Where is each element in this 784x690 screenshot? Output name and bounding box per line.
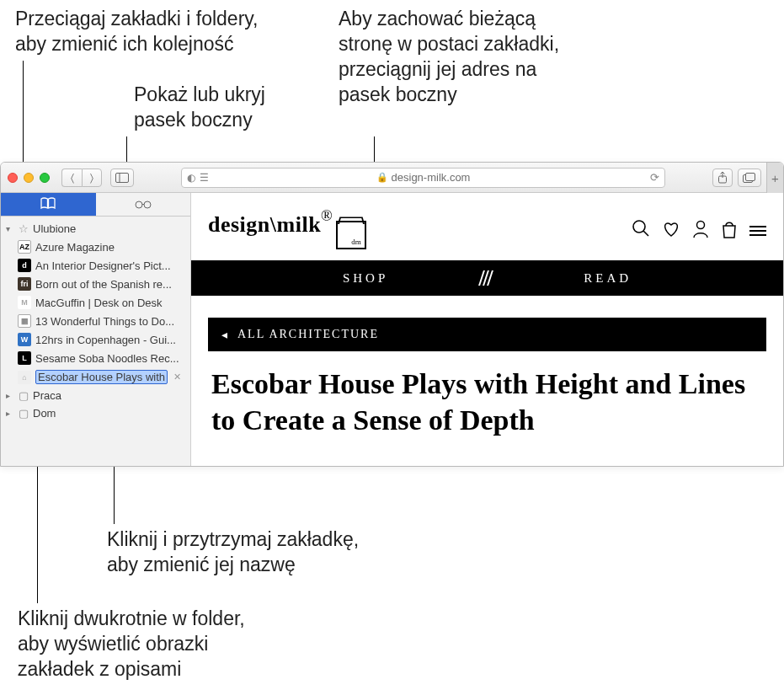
reader-icon[interactable]: ☰ bbox=[200, 172, 209, 184]
close-window-button[interactable] bbox=[8, 173, 18, 183]
favorites-folder[interactable]: ▾ ☆ Ulubione bbox=[1, 220, 190, 238]
clear-icon[interactable]: ✕ bbox=[173, 372, 181, 382]
callout-dblclick-folder: Kliknij dwukrotnie w folder, aby wyświet… bbox=[18, 607, 245, 682]
share-icon bbox=[717, 172, 728, 184]
svg-rect-0 bbox=[116, 173, 129, 182]
callout-click-hold-rename: Kliknij i przytrzymaj zakładkę, aby zmie… bbox=[107, 527, 359, 578]
svg-point-6 bbox=[144, 201, 151, 208]
brand-name: design\milk bbox=[208, 212, 321, 238]
bookmark-item[interactable]: AZ Azure Magazine bbox=[1, 238, 190, 256]
svg-line-8 bbox=[643, 231, 648, 236]
bookmark-label: Sesame Soba Noodles Rec... bbox=[35, 352, 179, 365]
reload-icon[interactable]: ⟳ bbox=[650, 171, 659, 184]
bookmark-item[interactable]: fri Born out of the Spanish re... bbox=[1, 275, 190, 293]
window-controls bbox=[8, 173, 50, 183]
back-button[interactable]: 〈 bbox=[61, 168, 82, 187]
share-button[interactable] bbox=[712, 168, 733, 187]
heart-icon[interactable] bbox=[662, 221, 680, 242]
bookmark-folder-praca[interactable]: ▸ ▢ Praca bbox=[1, 387, 190, 404]
callout-drag-reorder: Przeciągaj zakładki i foldery, aby zmien… bbox=[15, 7, 258, 57]
sidebar-icon bbox=[115, 173, 129, 183]
favicon: fri bbox=[18, 277, 31, 291]
zoom-window-button[interactable] bbox=[40, 173, 50, 183]
favicon: ▦ bbox=[18, 314, 31, 328]
disclosure-triangle-icon[interactable]: ▾ bbox=[6, 224, 14, 233]
bookmark-tree: ▾ ☆ Ulubione AZ Azure Magazine d An Inte… bbox=[1, 217, 190, 425]
lock-icon: 🔒 bbox=[376, 172, 388, 183]
address-left-icons: ◐ ☰ bbox=[187, 172, 209, 184]
address-domain: design-milk.com bbox=[392, 171, 471, 184]
bookmark-label: Azure Magazine bbox=[35, 241, 115, 254]
favicon: d bbox=[18, 259, 31, 272]
site-logo[interactable]: design\milk ® dm bbox=[208, 212, 366, 249]
svg-point-9 bbox=[697, 221, 705, 228]
show-tabs-button[interactable] bbox=[738, 168, 761, 187]
folder-label: Dom bbox=[33, 407, 56, 420]
bookmark-item[interactable]: L Sesame Soba Noodles Rec... bbox=[1, 349, 190, 367]
web-page: design\milk ® dm bbox=[191, 193, 783, 466]
nav-read[interactable]: READ bbox=[584, 271, 632, 286]
account-icon[interactable] bbox=[692, 220, 709, 243]
favicon: AZ bbox=[18, 240, 31, 254]
bookmark-item[interactable]: W 12hrs in Copenhagen - Gui... bbox=[1, 330, 190, 349]
bookmark-item[interactable]: d An Interior Designer's Pict... bbox=[1, 256, 190, 275]
bookmark-item[interactable]: ▦ 13 Wonderful Things to Do... bbox=[1, 312, 190, 330]
forward-button[interactable]: 〉 bbox=[82, 168, 102, 187]
toggle-sidebar-button[interactable] bbox=[110, 168, 134, 187]
callout-toggle-sidebar: Pokaż lub ukryj pasek boczny bbox=[134, 83, 265, 133]
reading-list-tab[interactable] bbox=[96, 193, 191, 216]
svg-point-5 bbox=[136, 201, 142, 208]
folder-icon: ▢ bbox=[19, 407, 29, 420]
new-tab-button[interactable]: + bbox=[766, 163, 783, 193]
tabs-icon bbox=[743, 173, 756, 183]
bookmark-label: Born out of the Spanish re... bbox=[35, 278, 172, 291]
favicon: M bbox=[18, 296, 31, 309]
sidebar: ▾ ☆ Ulubione AZ Azure Magazine d An Inte… bbox=[1, 193, 191, 466]
svg-point-7 bbox=[633, 221, 645, 233]
glasses-icon bbox=[134, 198, 152, 211]
favicon: ⌂ bbox=[18, 371, 31, 384]
privacy-report-icon[interactable]: ◐ bbox=[187, 172, 195, 184]
favicon: W bbox=[18, 333, 31, 346]
favicon: L bbox=[18, 351, 31, 365]
search-icon[interactable] bbox=[632, 219, 650, 243]
favorites-label: Ulubione bbox=[33, 222, 76, 235]
bookmark-label: MacGuffin | Desk on Desk bbox=[35, 297, 163, 309]
book-icon bbox=[40, 197, 56, 211]
bag-icon[interactable] bbox=[721, 220, 738, 243]
folder-label: Praca bbox=[33, 389, 61, 402]
bookmarks-tab[interactable] bbox=[1, 193, 96, 216]
breadcrumb-label: ALL ARCHITECTURE bbox=[237, 328, 379, 341]
article-headline: Escobar House Plays with Height and Line… bbox=[191, 351, 783, 438]
bookmark-label: 12hrs in Copenhagen - Gui... bbox=[35, 334, 176, 346]
brand-mark: dm bbox=[336, 221, 366, 249]
primary-nav: SHOP READ bbox=[191, 260, 783, 296]
folder-icon: ▢ bbox=[19, 389, 29, 402]
star-icon: ☆ bbox=[19, 222, 29, 235]
bookmark-label-editing[interactable]: Escobar House Plays with bbox=[35, 370, 168, 384]
svg-rect-4 bbox=[746, 173, 755, 180]
nav-shop[interactable]: SHOP bbox=[343, 271, 388, 286]
menu-icon[interactable] bbox=[749, 226, 766, 236]
nav-back-forward: 〈 〉 bbox=[61, 168, 102, 187]
bookmark-label: 13 Wonderful Things to Do... bbox=[35, 315, 174, 328]
minimize-window-button[interactable] bbox=[24, 173, 34, 183]
sidebar-tabs bbox=[1, 193, 190, 217]
disclosure-triangle-icon[interactable]: ▸ bbox=[6, 409, 14, 418]
nav-divider-icon bbox=[481, 270, 491, 286]
address-bar[interactable]: ◐ ☰ 🔒 design-milk.com ⟳ bbox=[181, 168, 665, 188]
bookmark-folder-dom[interactable]: ▸ ▢ Dom bbox=[1, 404, 190, 422]
bookmark-item[interactable]: M MacGuffin | Desk on Desk bbox=[1, 293, 190, 312]
header-icons bbox=[632, 219, 766, 243]
chevron-left-icon: ◂ bbox=[221, 328, 229, 342]
bookmark-item-editing[interactable]: ⌂ Escobar House Plays with ✕ bbox=[1, 367, 190, 387]
browser-window: 〈 〉 ◐ ☰ 🔒 design-milk.com ⟳ + bbox=[0, 162, 784, 467]
disclosure-triangle-icon[interactable]: ▸ bbox=[6, 391, 14, 400]
breadcrumb-bar[interactable]: ◂ ALL ARCHITECTURE bbox=[208, 318, 766, 351]
toolbar: 〈 〉 ◐ ☰ 🔒 design-milk.com ⟳ + bbox=[1, 163, 783, 193]
callout-drag-to-save: Aby zachować bieżącą stronę w postaci za… bbox=[339, 7, 559, 108]
bookmark-label: An Interior Designer's Pict... bbox=[35, 259, 171, 272]
